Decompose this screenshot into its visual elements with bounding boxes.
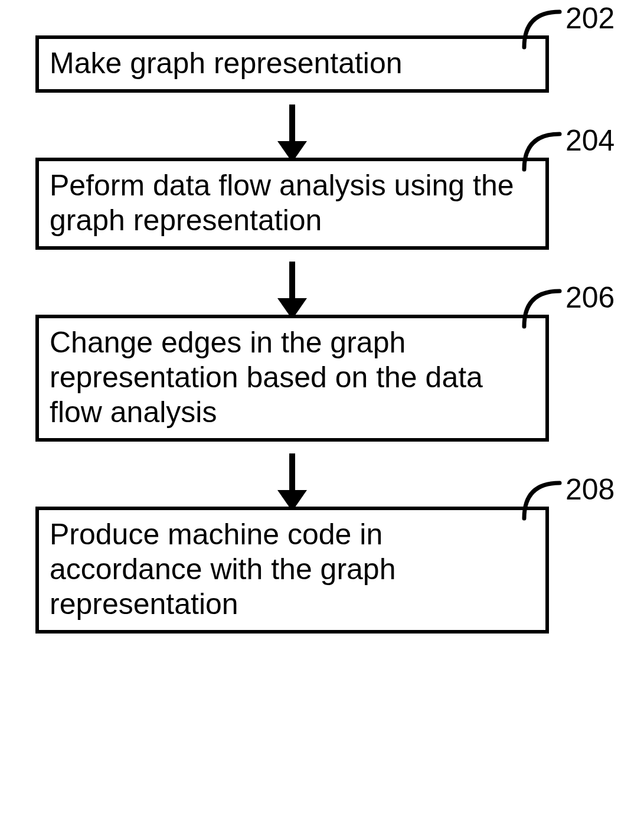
step-text: Produce machine code in accordance with … (50, 518, 395, 621)
step-label: 202 (565, 1, 614, 35)
flow-arrow (35, 93, 549, 158)
step-text: Make graph representation (50, 47, 403, 80)
flow-arrow (35, 442, 549, 507)
flow-step: 208 Produce machine code in accordance w… (35, 507, 608, 634)
flow-step: 204 Peform data flow analysis using the … (35, 158, 608, 250)
step-box: Change edges in the graph representation… (35, 315, 549, 442)
step-label: 208 (565, 472, 614, 507)
step-label: 204 (565, 123, 614, 158)
step-box: Make graph representation (35, 35, 549, 93)
step-box: Peform data flow analysis using the grap… (35, 158, 549, 250)
step-box: Produce machine code in accordance with … (35, 507, 549, 634)
flow-step: 206 Change edges in the graph representa… (35, 315, 608, 442)
step-label: 206 (565, 280, 614, 315)
step-text: Peform data flow analysis using the grap… (50, 169, 514, 237)
flow-arrow (35, 250, 549, 315)
flowchart: 202 Make graph representation 204 Peform… (35, 35, 608, 634)
flow-step: 202 Make graph representation (35, 35, 608, 93)
step-text: Change edges in the graph representation… (50, 326, 483, 429)
